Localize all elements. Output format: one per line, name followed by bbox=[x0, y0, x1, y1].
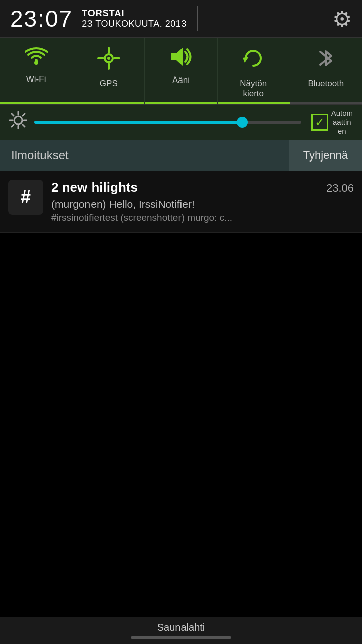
bluetooth-icon bbox=[316, 47, 335, 73]
notifications-title: Ilmoitukset bbox=[11, 148, 289, 163]
clear-notifications-button[interactable]: Tyhjennä bbox=[289, 140, 362, 171]
quick-settings-rotation[interactable]: Näytön kierto bbox=[218, 38, 290, 104]
quick-settings-panel: Wi-Fi GPS Ääni bbox=[0, 38, 362, 105]
brightness-slider[interactable] bbox=[34, 121, 301, 124]
gps-icon bbox=[97, 47, 120, 73]
quick-settings-bluetooth[interactable]: Bluetooth bbox=[290, 38, 362, 104]
gear-icon: ⚙ bbox=[332, 7, 352, 31]
notification-title-row: 2 new hilights 23.06 bbox=[51, 180, 354, 195]
notification-content: 2 new hilights 23.06 (murgonen) Hello, I… bbox=[51, 180, 354, 223]
empty-area bbox=[0, 233, 362, 500]
brightness-row: ✓ Autom aattin en bbox=[0, 105, 362, 140]
auto-brightness-toggle[interactable]: ✓ Autom aattin en bbox=[311, 109, 353, 136]
gps-label: GPS bbox=[100, 78, 118, 89]
brightness-icon bbox=[9, 111, 27, 133]
bottom-bar: Saunalahti bbox=[0, 617, 362, 644]
status-divider bbox=[197, 6, 198, 31]
rotation-indicator bbox=[218, 102, 290, 104]
svg-line-16 bbox=[23, 114, 25, 116]
nav-bar-line bbox=[131, 636, 231, 639]
hash-icon: # bbox=[21, 187, 31, 208]
notification-time: 23.06 bbox=[326, 182, 354, 195]
svg-marker-7 bbox=[171, 48, 183, 66]
brightness-thumb[interactable] bbox=[237, 117, 248, 128]
brightness-fill bbox=[34, 121, 242, 124]
svg-line-17 bbox=[12, 125, 14, 127]
notification-app-icon: # bbox=[8, 180, 43, 215]
carrier-name: Saunalahti bbox=[157, 622, 205, 633]
notification-title: 2 new hilights bbox=[51, 180, 138, 195]
auto-brightness-checkbox[interactable]: ✓ bbox=[311, 114, 328, 131]
bluetooth-indicator bbox=[290, 102, 362, 104]
sound-label: Ääni bbox=[172, 75, 190, 86]
svg-line-15 bbox=[23, 125, 25, 127]
notification-line1: (murgonen) Hello, IrssiNotifier! bbox=[51, 198, 354, 210]
bluetooth-label: Bluetooth bbox=[308, 78, 344, 89]
gps-indicator bbox=[72, 102, 144, 104]
clock: 23:07 bbox=[10, 7, 73, 30]
status-bar: 23:07 TORSTAI 23 TOUKOKUUTA. 2013 ⚙ bbox=[0, 0, 362, 38]
day-name: TORSTAI bbox=[82, 8, 187, 19]
notification-line2: #irssinotifiertest (screenshotter) murgo… bbox=[51, 212, 343, 223]
quick-settings-gps[interactable]: GPS bbox=[72, 38, 145, 104]
svg-point-9 bbox=[14, 116, 22, 124]
wifi-indicator bbox=[0, 102, 72, 104]
checkbox-checkmark: ✓ bbox=[315, 116, 325, 128]
svg-marker-8 bbox=[243, 57, 249, 63]
rotation-label: Näytön kierto bbox=[240, 78, 267, 99]
notifications-header: Ilmoitukset Tyhjennä bbox=[0, 140, 362, 171]
svg-point-0 bbox=[34, 61, 38, 65]
wifi-label: Wi-Fi bbox=[26, 74, 46, 85]
svg-line-14 bbox=[12, 114, 14, 116]
notification-item[interactable]: # 2 new hilights 23.06 (murgonen) Hello,… bbox=[0, 171, 362, 233]
quick-settings-sound[interactable]: Ääni bbox=[145, 38, 217, 104]
sound-icon bbox=[169, 47, 193, 70]
settings-button[interactable]: ⚙ bbox=[332, 6, 352, 32]
quick-settings-wifi[interactable]: Wi-Fi bbox=[0, 38, 72, 104]
svg-point-2 bbox=[107, 57, 110, 60]
date-block: TORSTAI 23 TOUKOKUUTA. 2013 bbox=[82, 8, 187, 29]
rotation-icon bbox=[242, 47, 265, 73]
wifi-icon bbox=[25, 47, 48, 69]
date-string: 23 TOUKOKUUTA. 2013 bbox=[82, 19, 187, 29]
sound-indicator bbox=[145, 102, 217, 104]
auto-brightness-label: Autom aattin en bbox=[331, 109, 353, 136]
